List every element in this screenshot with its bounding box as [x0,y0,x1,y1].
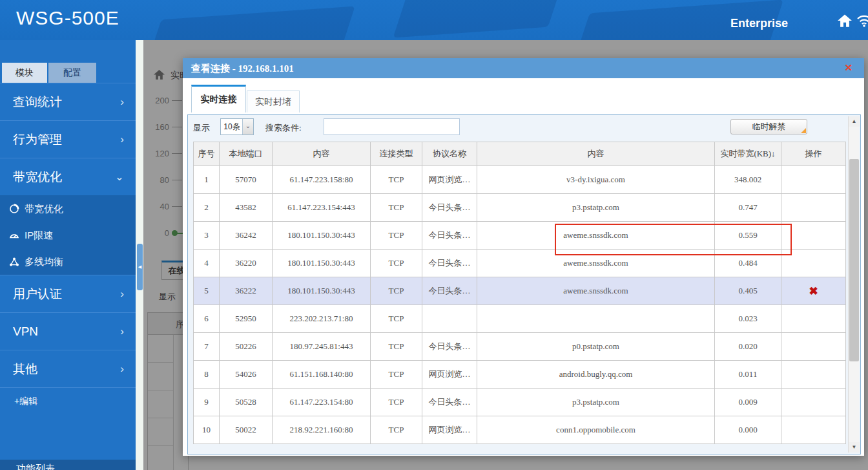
scroll-up-icon[interactable]: ▲ [849,116,860,127]
tab-realtime-connections[interactable]: 实时连接 [191,85,246,112]
chevron-down-icon: ⌄ [115,158,124,196]
remote-address-cell: 180.101.150.30:443 [273,250,371,277]
dropdown-arrow-icon[interactable]: ⌄ [242,119,253,134]
submenu-item-label: IP限速 [25,222,53,248]
protocol-name-cell: 今日头条… [422,194,477,222]
delete-connection-icon[interactable]: ✖ [809,285,818,297]
remote-address-cell: 61.147.223.158:80 [273,166,371,194]
network-triangle-icon [9,257,19,267]
search-input[interactable] [324,118,460,135]
function-list-label: 功能列表 [0,460,136,470]
header-texture [149,6,355,40]
circle-icon [9,204,19,214]
dialog-content: 显示 10条 ⌄ 搜索条件: 临时解禁 序号 本地端口 内容 连接类型 协议名称 [187,114,861,454]
axis-tick-label: 160 [143,122,169,132]
table-header-row: 序号 本地端口 内容 连接类型 协议名称 内容 实时带宽(KB)↓ 操作 [194,142,846,166]
submenu-item-ip-limit[interactable]: IP限速 [0,222,136,248]
connection-type-cell: TCP [371,416,422,444]
axis-tick [172,127,182,127]
axis-tick-label: 120 [143,149,169,158]
sidebar-item-query-stats[interactable]: 查询统计 › [0,83,136,120]
connection-type-cell: TCP [371,305,422,333]
header-texture [393,0,563,37]
corner-fold-icon [801,128,806,133]
table-row[interactable]: 85402661.151.168.140:80TCP网页浏览…android.b… [194,361,846,389]
page-size-value: 10条 [221,119,243,134]
remote-address-cell: 180.101.150.30:443 [273,222,371,250]
dialog-header[interactable]: 查看连接 - 192.168.1.101 ✕ [183,58,864,78]
col-seq: 序号 [194,142,220,166]
operation-cell: ✖ [781,277,846,305]
wifi-icon[interactable] [856,14,868,27]
bandwidth-cell: 348.002 [715,166,781,194]
chevron-right-icon: › [120,83,124,121]
local-port-cell: 54026 [220,361,273,389]
bandwidth-cell: 0.020 [715,333,781,361]
view-connections-dialog: 查看连接 - 192.168.1.101 ✕ 实时连接 实时封堵 显示 10条 … [183,58,864,456]
sidebar-item-other[interactable]: 其他 › [0,350,136,387]
table-row[interactable]: 750226180.97.245.81:443TCP今日头条…p0.pstatp… [194,333,846,361]
table-row[interactable]: 1050022218.92.221.160:80TCP网页浏览…conn1.op… [194,416,846,444]
temporary-unban-button[interactable]: 临时解禁 [730,119,807,134]
col-bandwidth-sort[interactable]: 实时带宽(KB)↓ [715,142,781,166]
show-label: 显示 [193,122,210,134]
sidebar-item-behavior-mgmt[interactable]: 行为管理 › [0,120,136,158]
protocol-name-cell: 网页浏览… [422,166,477,194]
submenu-item-bandwidth-opt[interactable]: 带宽优化 [0,195,136,222]
local-port-cell: 43582 [220,194,273,222]
operation-cell [781,333,846,361]
domain-content-cell: aweme.snssdk.com [477,250,715,277]
table-row[interactable]: 336242180.101.150.30:443TCP今日头条…aweme.sn… [194,222,846,250]
col-conn-type: 连接类型 [371,142,422,166]
dialog-tabs: 实时连接 实时封堵 [191,85,300,112]
protocol-name-cell: 网页浏览… [422,361,477,389]
table-row[interactable]: 436220180.101.150.30:443TCP今日头条…aweme.sn… [194,250,846,277]
breadcrumb-home-icon [154,70,165,80]
dialog-title: 查看连接 - 192.168.1.101 [191,63,294,75]
axis-tick [172,153,182,154]
connection-type-cell: TCP [371,277,422,305]
axis-tick-label: 200 [143,96,169,105]
tab-config[interactable]: 配置 [48,63,96,83]
bandwidth-cell: 0.000 [715,416,781,444]
axis-tick [172,206,182,207]
table-row[interactable]: 652950223.202.213.71:80TCP0.023 [194,305,846,333]
table-row[interactable]: 95052861.147.223.154:80TCP今日头条…p3.pstatp… [194,389,846,416]
domain-content-cell: aweme.snssdk.com [477,277,715,305]
close-icon[interactable]: ✕ [844,62,852,74]
table-row[interactable]: 536222180.101.150.30:443TCP今日头条…aweme.sn… [194,277,846,305]
sidebar-item-label: 带宽优化 [13,170,62,184]
sidebar-item-bandwidth-opt[interactable]: 带宽优化 ⌄ [0,158,136,195]
sidebar-nav: 查询统计 › 行为管理 › 带宽优化 ⌄ 带宽优化 [0,83,136,414]
bg-table-row [148,446,174,470]
sidebar-item-user-auth[interactable]: 用户认证 › [0,275,136,312]
domain-content-cell: android.bugly.qq.com [477,361,715,389]
table-row[interactable]: 24358261.147.223.154:443TCP今日头条…p3.pstat… [194,194,846,222]
sidebar-item-vpn[interactable]: VPN › [0,312,136,350]
bandwidth-submenu: 带宽优化 IP限速 多线均衡 [0,195,136,275]
connection-type-cell: TCP [371,389,422,416]
submenu-item-multiline-balance[interactable]: 多线均衡 [0,248,136,275]
page-size-select[interactable]: 10条 ⌄ [220,118,254,135]
operation-cell [781,416,846,444]
scrollbar-thumb[interactable] [849,159,859,361]
home-icon[interactable] [838,14,852,27]
search-label: 搜索条件: [265,122,302,134]
col-local-port: 本地端口 [220,142,273,166]
remote-address-cell: 180.97.245.81:443 [273,333,371,361]
tab-realtime-blocking[interactable]: 实时封堵 [247,91,300,112]
connections-table: 序号 本地端口 内容 连接类型 协议名称 内容 实时带宽(KB)↓ 操作 157… [193,142,846,444]
dialog-scrollbar[interactable]: ▲ ▼ [848,116,859,453]
edit-menu-button[interactable]: +编辑 [0,387,136,414]
sidebar-resize-strip: ◀ [136,40,143,470]
sidebar-collapse-handle[interactable]: ◀ [137,244,143,290]
table-row[interactable]: 15707061.147.223.158:80TCP网页浏览…v3-dy.ixi… [194,166,846,194]
operation-cell [781,222,846,250]
bg-table-row [148,335,174,363]
tab-modules[interactable]: 模块 [2,63,47,83]
row-index-cell: 3 [194,222,220,250]
scroll-down-icon[interactable]: ▼ [849,442,860,453]
sidebar-item-label: 行为管理 [13,133,62,146]
protocol-name-cell [422,305,477,333]
sidebar: 模块 配置 查询统计 › 行为管理 › 带宽优化 ⌄ 带宽优化 [0,40,136,470]
